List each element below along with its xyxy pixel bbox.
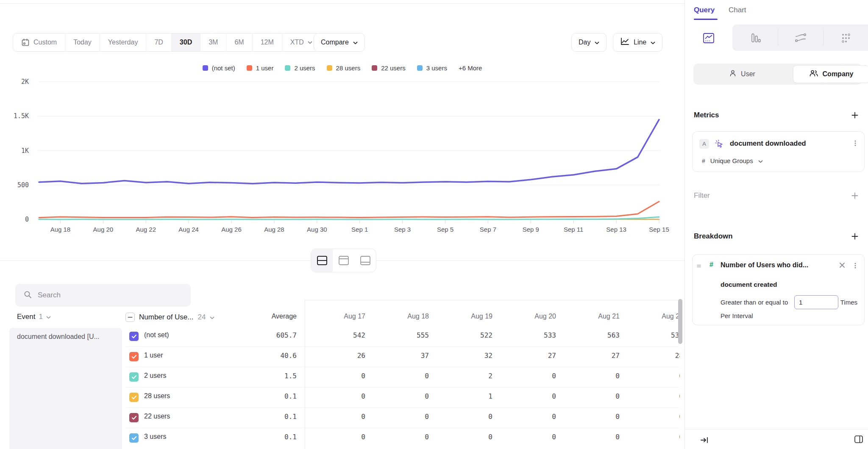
search-input[interactable] — [38, 291, 173, 299]
series-checkbox[interactable] — [129, 413, 139, 422]
series-checkbox[interactable] — [129, 433, 139, 443]
average-value: 605.7 — [237, 331, 297, 339]
number-property-icon: # — [709, 261, 713, 269]
chart-only-view-button[interactable] — [333, 249, 354, 272]
row-separator — [125, 367, 680, 367]
query-sidebar: Query Chart User Company Metrics A doc — [684, 0, 868, 449]
average-column-header: Average — [237, 313, 297, 320]
table-row: 1 user40.6263732272728 — [0, 346, 680, 367]
event-column-header[interactable]: Event 1 — [17, 313, 51, 321]
chevron-down-icon — [758, 157, 763, 164]
date-column-header: Aug 19 — [433, 313, 492, 320]
svg-text:Sep 9: Sep 9 — [523, 226, 539, 233]
breakdown-card[interactable]: # Number of Users who did... document cr… — [692, 254, 865, 325]
scope-option-user[interactable]: User — [693, 64, 791, 85]
cell-value: 555 — [370, 331, 429, 339]
table-row: 22 users0.1000000 — [0, 407, 680, 428]
row-separator — [125, 387, 680, 388]
series-count: 24 — [198, 313, 206, 322]
split-view-button[interactable] — [311, 249, 333, 272]
table-scrollbar[interactable] — [678, 299, 682, 344]
series-label: 22 users — [144, 413, 170, 420]
cell-value: 0 — [497, 413, 556, 421]
cell-value: 0 — [433, 413, 492, 421]
breakdown-times-input[interactable] — [794, 295, 838, 309]
chevron-down-icon — [46, 313, 51, 321]
series-line[interactable] — [39, 202, 659, 218]
series-label: (not set) — [144, 331, 169, 339]
table-only-view-button[interactable] — [354, 249, 376, 272]
date-column-header: Aug 18 — [370, 313, 429, 320]
svg-text:Sep 13: Sep 13 — [606, 226, 626, 233]
search-icon — [24, 291, 32, 300]
strip-divider — [823, 30, 823, 46]
average-value: 1.5 — [237, 372, 297, 380]
breakdown-section-title: Breakdown — [694, 232, 733, 241]
series-label: 3 users — [144, 433, 166, 441]
svg-text:Aug 20: Aug 20 — [93, 226, 114, 233]
select-all-checkbox[interactable] — [125, 313, 135, 322]
tab-chart[interactable]: Chart — [729, 6, 746, 14]
metric-measure-selector[interactable]: # Unique Groups — [702, 157, 763, 164]
breakdown-kebab-menu[interactable] — [851, 262, 859, 269]
close-icon[interactable] — [839, 262, 846, 269]
add-breakdown-button[interactable] — [851, 233, 859, 240]
metric-kebab-menu[interactable] — [851, 139, 859, 147]
collapse-panel-icon[interactable] — [699, 435, 709, 445]
measure-label: Unique Groups — [710, 157, 753, 164]
cell-value: 37 — [370, 352, 429, 360]
cell-value: 28 — [624, 352, 680, 360]
breakdown-event[interactable]: document created — [721, 281, 777, 288]
svg-text:Aug 28: Aug 28 — [264, 226, 284, 233]
breakdown-condition-label[interactable]: Greater than or equal to — [721, 299, 788, 306]
series-checkbox[interactable] — [129, 393, 139, 402]
user-label: User — [741, 70, 755, 78]
view-bar-chart-tab[interactable] — [748, 30, 763, 46]
hash-icon: # — [702, 158, 705, 164]
table-row: 2 users1.5002000 — [0, 367, 680, 387]
metric-card[interactable]: A document downloaded # Unique Groups — [692, 131, 865, 172]
add-filter-button[interactable] — [851, 192, 859, 200]
cell-value: 0 — [306, 392, 365, 400]
app-window: CustomTodayYesterday7D30D3M6M12MXTD Comp… — [0, 0, 868, 449]
view-flow-chart-tab[interactable] — [793, 30, 808, 46]
user-icon — [729, 69, 737, 79]
drag-handle-icon[interactable] — [696, 263, 702, 271]
series-header-label: Number of Use... — [139, 313, 194, 322]
chevron-down-icon — [210, 313, 214, 322]
date-column-header: Aug 21 — [560, 313, 620, 320]
series-checkbox[interactable] — [129, 352, 139, 361]
cell-value: 0 — [624, 372, 680, 380]
svg-text:Sep 1: Sep 1 — [351, 226, 368, 233]
series-checkbox[interactable] — [129, 372, 139, 382]
svg-text:Aug 22: Aug 22 — [136, 226, 156, 233]
cell-value: 0 — [560, 413, 620, 421]
average-value: 0.1 — [237, 413, 297, 421]
cell-value: 0 — [497, 372, 556, 380]
cell-value: 0 — [433, 433, 492, 441]
view-grid-tab[interactable] — [838, 30, 854, 46]
svg-text:500: 500 — [17, 181, 29, 189]
cell-value: 0 — [560, 392, 620, 400]
event-count: 1 — [39, 313, 42, 321]
add-metric-button[interactable] — [851, 111, 859, 119]
cell-value: 0 — [370, 392, 429, 400]
layout-toggle — [311, 249, 376, 272]
scope-option-company[interactable]: Company — [793, 65, 868, 83]
svg-text:1.5K: 1.5K — [14, 112, 29, 120]
cell-value: 0 — [370, 433, 429, 441]
side-panel-toggle-icon[interactable] — [854, 434, 864, 444]
svg-text:1K: 1K — [21, 147, 29, 155]
series-checkbox[interactable] — [129, 332, 139, 341]
series-column-header[interactable]: Number of Use... 24 — [125, 313, 214, 322]
cell-value: 32 — [433, 352, 492, 360]
view-line-chart-tab[interactable] — [701, 30, 716, 46]
cell-value: 0 — [497, 392, 556, 400]
breakdown-interval-label[interactable]: Per Interval — [721, 312, 753, 319]
cell-value: 537 — [624, 331, 680, 339]
series-line[interactable] — [39, 119, 659, 183]
tab-query[interactable]: Query — [694, 6, 715, 14]
svg-text:Sep 5: Sep 5 — [437, 226, 453, 233]
timeseries-chart: 05001K1.5K2KAug 18Aug 20Aug 22Aug 24Aug … — [0, 0, 684, 244]
cell-value: 0 — [306, 372, 365, 380]
